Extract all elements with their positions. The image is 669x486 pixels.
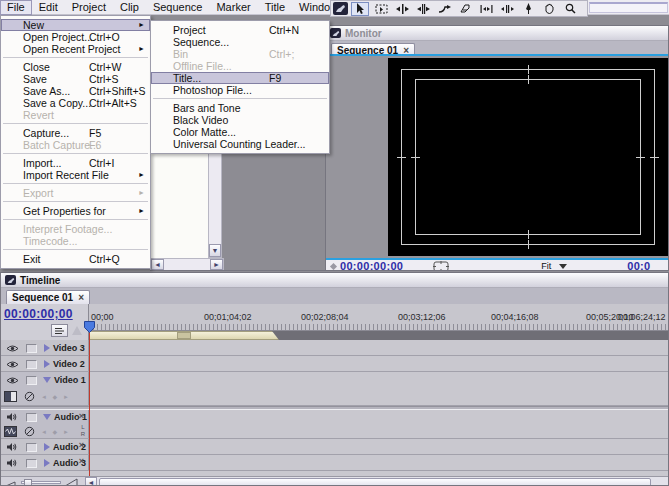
menubar-sequence[interactable]: Sequence bbox=[146, 0, 210, 15]
track-row-audio3[interactable]: Audio 3 × bbox=[1, 455, 668, 471]
timeline-ruler[interactable]: 00;00 00;01;04;02 00;02;08;04 00;03;12;0… bbox=[89, 304, 668, 331]
scroll-left-button[interactable]: ◄ bbox=[151, 259, 164, 270]
menu-item-sequence[interactable]: Sequence... bbox=[151, 36, 329, 48]
scroll-down-button[interactable]: ▼ bbox=[209, 244, 221, 257]
monitor-current-timecode[interactable]: 00:00:00:00 bbox=[340, 260, 403, 271]
slip-tool[interactable] bbox=[477, 2, 495, 16]
ripple-edit-tool[interactable] bbox=[393, 2, 411, 16]
timeline-title-bar[interactable]: Timeline bbox=[1, 273, 668, 288]
menubar-project[interactable]: Project bbox=[65, 0, 113, 15]
menubar-edit[interactable]: Edit bbox=[32, 0, 65, 15]
toggle-track-output-eye-icon[interactable] bbox=[6, 360, 19, 369]
zoom-slider[interactable] bbox=[21, 481, 61, 484]
sync-lock-well[interactable] bbox=[26, 459, 37, 468]
menubar-title[interactable]: Title bbox=[258, 0, 292, 15]
track-row-video1[interactable]: Video 1 ◄ ◆ ► bbox=[1, 372, 668, 406]
sync-lock-well[interactable] bbox=[26, 376, 37, 385]
playhead-marker[interactable] bbox=[84, 321, 95, 333]
collapse-track-icon[interactable] bbox=[44, 344, 50, 352]
razor-tool[interactable] bbox=[456, 2, 474, 16]
slide-tool[interactable] bbox=[498, 2, 516, 16]
sync-lock-well[interactable] bbox=[26, 360, 37, 369]
sync-lock-well[interactable] bbox=[26, 413, 37, 422]
track-x-icon[interactable]: × bbox=[79, 411, 84, 421]
timeline-tab-sequence01[interactable]: Sequence 01 × bbox=[6, 290, 90, 304]
menu-item-open-recent-project[interactable]: Open Recent Project ► bbox=[1, 43, 150, 55]
close-icon[interactable]: × bbox=[78, 293, 84, 303]
track-row-audio1[interactable]: Audio 1 × ◄ ◆ ► L R bbox=[1, 410, 668, 439]
menu-item-project[interactable]: ProjectCtrl+N bbox=[151, 24, 329, 36]
toggle-track-output-speaker-icon[interactable] bbox=[6, 442, 17, 452]
set-display-style-icon[interactable] bbox=[4, 426, 17, 437]
monitor-title-bar[interactable]: Monitor bbox=[326, 26, 668, 41]
menu-item-bars-and-tone[interactable]: Bars and Tone bbox=[151, 102, 329, 114]
scroll-left-button[interactable]: ◄ bbox=[85, 477, 97, 486]
current-time-indicator[interactable] bbox=[89, 331, 90, 476]
menubar-clip[interactable]: Clip bbox=[113, 0, 146, 15]
scrollbar-thumb[interactable] bbox=[99, 478, 651, 486]
collapse-track-icon[interactable] bbox=[44, 360, 50, 368]
menubar-file[interactable]: File bbox=[0, 0, 32, 15]
track-name[interactable]: Video 2 bbox=[53, 359, 85, 369]
zoom-tool[interactable] bbox=[561, 2, 579, 16]
track-row-audio2[interactable]: Audio 2 × bbox=[1, 439, 668, 455]
track-header-audio2[interactable]: Audio 2 × bbox=[1, 439, 89, 454]
sync-lock-well[interactable] bbox=[26, 344, 37, 353]
sync-lock-well[interactable] bbox=[26, 443, 37, 452]
toggle-track-output-speaker-icon[interactable] bbox=[6, 412, 17, 422]
menu-item-exit[interactable]: ExitCtrl+Q bbox=[1, 253, 150, 265]
track-header-video3[interactable]: Video 3 bbox=[1, 340, 89, 355]
snap-toggle-button[interactable] bbox=[51, 324, 68, 337]
pen-tool[interactable] bbox=[519, 2, 537, 16]
work-area-handle[interactable] bbox=[177, 332, 191, 339]
menu-item-open-project[interactable]: Open Project...Ctrl+O bbox=[1, 31, 150, 43]
menu-item-close[interactable]: CloseCtrl+W bbox=[1, 61, 150, 73]
zoom-slider-handle[interactable] bbox=[24, 479, 32, 486]
set-display-style-icon[interactable] bbox=[4, 391, 17, 402]
track-row-video3[interactable]: Video 3 bbox=[1, 340, 668, 356]
show-keyframes-icon[interactable] bbox=[24, 391, 35, 402]
track-header-video2[interactable]: Video 2 bbox=[1, 356, 89, 371]
track-header-audio3[interactable]: Audio 3 × bbox=[1, 455, 89, 470]
track-x-icon[interactable]: × bbox=[79, 456, 84, 466]
track-header-video1[interactable]: Video 1 ◄ ◆ ► bbox=[1, 372, 89, 405]
menu-item-get-properties-for[interactable]: Get Properties for ► bbox=[1, 205, 150, 217]
menu-item-title[interactable]: Title...F9 bbox=[151, 72, 329, 84]
expand-track-icon[interactable] bbox=[43, 414, 51, 420]
collapse-track-icon[interactable] bbox=[44, 459, 50, 467]
keyframe-navigator[interactable]: ◄ ◆ ► bbox=[41, 393, 71, 400]
menu-item-import[interactable]: Import...Ctrl+I bbox=[1, 157, 150, 169]
track-header-audio1[interactable]: Audio 1 × ◄ ◆ ► L R bbox=[1, 410, 89, 438]
collapse-track-icon[interactable] bbox=[44, 443, 50, 451]
track-name[interactable]: Video 1 bbox=[54, 375, 86, 385]
expand-track-icon[interactable] bbox=[43, 377, 51, 383]
zoom-out-icon[interactable] bbox=[6, 478, 17, 486]
monitor-zoom-select[interactable]: Fit bbox=[541, 261, 551, 271]
rolling-edit-tool[interactable] bbox=[414, 2, 432, 16]
menu-item-color-matte[interactable]: Color Matte... bbox=[151, 126, 329, 138]
track-x-icon[interactable]: × bbox=[79, 440, 84, 450]
scroll-right-button[interactable]: ► bbox=[210, 259, 223, 270]
track-select-tool[interactable] bbox=[372, 2, 390, 16]
menu-item-universal-counting-leader[interactable]: Universal Counting Leader... bbox=[151, 138, 329, 150]
project-vertical-scrollbar[interactable]: ▼ bbox=[208, 150, 222, 258]
selection-tool[interactable] bbox=[351, 2, 369, 16]
toggle-track-output-speaker-icon[interactable] bbox=[6, 458, 17, 468]
hand-tool[interactable] bbox=[540, 2, 558, 16]
marker-well-icon[interactable] bbox=[72, 326, 82, 335]
keyframe-navigator[interactable]: ◄ ◆ ► bbox=[41, 428, 71, 435]
menu-item-black-video[interactable]: Black Video bbox=[151, 114, 329, 126]
track-row-video2[interactable]: Video 2 bbox=[1, 356, 668, 372]
zoom-in-icon[interactable] bbox=[65, 477, 79, 486]
menubar-marker[interactable]: Marker bbox=[209, 0, 257, 15]
timeline-current-timecode[interactable]: 00:00:00;00 bbox=[4, 307, 73, 321]
toggle-track-output-eye-icon[interactable] bbox=[6, 376, 19, 385]
safe-margins-button[interactable] bbox=[433, 261, 449, 272]
show-keyframes-icon[interactable] bbox=[24, 426, 35, 437]
menu-item-import-recent-file[interactable]: Import Recent File ► bbox=[1, 169, 150, 181]
timeline-horizontal-scrollbar[interactable]: ◄ bbox=[85, 477, 668, 486]
menu-item-new[interactable]: New ► bbox=[1, 19, 150, 31]
chevron-down-icon[interactable] bbox=[559, 264, 567, 269]
menu-item-capture[interactable]: Capture...F5 bbox=[1, 127, 150, 139]
toggle-track-output-eye-icon[interactable] bbox=[6, 344, 19, 353]
